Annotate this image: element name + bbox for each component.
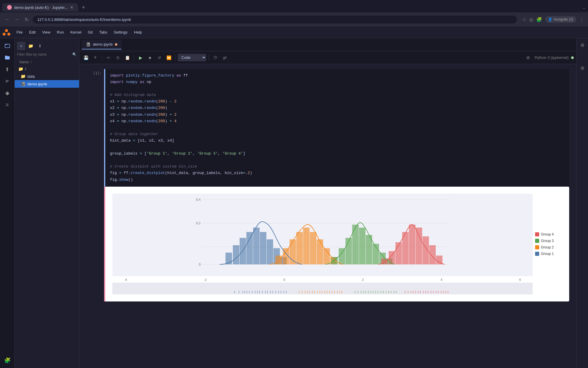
- menu-edit[interactable]: Edit: [26, 29, 39, 36]
- icon-rail: ⬆ IP ◆ ≡ 🧩: [0, 38, 15, 368]
- svg-rect-58: [262, 291, 263, 293]
- rail-icon-extensions[interactable]: 🧩: [2, 355, 13, 366]
- x-label-0: 0: [283, 278, 285, 281]
- toolbar-divider-3: [175, 55, 176, 61]
- svg-rect-72: [310, 291, 310, 293]
- svg-rect-16: [253, 228, 260, 264]
- menu-run[interactable]: Run: [54, 29, 67, 36]
- tab-search-icon: ⌄: [582, 5, 586, 10]
- new-folder-button[interactable]: 📁: [26, 42, 35, 50]
- code-line-5: x3 = np.random.randn(200) + 2: [110, 112, 564, 118]
- menu-help[interactable]: Help: [131, 29, 145, 36]
- svg-rect-116: [438, 291, 439, 293]
- right-settings-icon-top[interactable]: ⚙: [578, 41, 587, 49]
- time-button[interactable]: ⏱: [211, 54, 219, 62]
- active-tab[interactable]: demo.ipynb (auto-E) - Jupyter... ✕: [2, 3, 78, 11]
- svg-rect-88: [361, 291, 361, 293]
- upload-button[interactable]: ⬆: [36, 42, 44, 50]
- rail-icon-folder[interactable]: [2, 52, 13, 63]
- notebook-file-icon: 📓: [21, 82, 26, 86]
- svg-rect-82: [334, 291, 335, 293]
- svg-rect-89: [363, 291, 364, 293]
- extensions-icon[interactable]: 🧩: [536, 17, 542, 22]
- copy-button[interactable]: ⎘: [114, 54, 122, 62]
- save-button[interactable]: 💾: [82, 54, 90, 62]
- restart-button[interactable]: ↺: [155, 54, 163, 62]
- demo-notebook-item[interactable]: 📓 demo.ipynb: [15, 80, 79, 88]
- tab-title: demo.ipynb (auto-E) - Jupyter...: [14, 5, 68, 10]
- svg-rect-83: [337, 291, 338, 293]
- cell-code-content[interactable]: import plotly.figure_factory as ff impor…: [105, 69, 569, 187]
- rail-icon-menu[interactable]: ≡: [2, 100, 13, 110]
- menu-tabs[interactable]: Tabs: [96, 29, 110, 36]
- x-axis-labels: -4 -2 0 2 4 6: [112, 277, 533, 281]
- cell-type-select[interactable]: Code Markdown Raw: [178, 54, 206, 61]
- svg-rect-93: [373, 291, 374, 293]
- settings-rail: ⚙ ⚙: [576, 38, 588, 368]
- run-all-button[interactable]: ⏩: [165, 54, 173, 62]
- svg-rect-102: [396, 291, 397, 293]
- refresh-button[interactable]: ↻: [24, 16, 30, 24]
- svg-text:0.2: 0.2: [196, 221, 201, 225]
- x-label-4: 4: [441, 278, 442, 281]
- forward-button[interactable]: →: [14, 16, 21, 23]
- legend-item-group4: Group 4: [535, 232, 560, 236]
- git-button[interactable]: git: [220, 54, 229, 62]
- url-input[interactable]: [33, 16, 517, 24]
- svg-rect-117: [441, 291, 441, 293]
- menu-git[interactable]: Git: [85, 29, 96, 36]
- toolbar-divider-1: [102, 55, 102, 61]
- menu-kernel[interactable]: Kernel: [67, 29, 84, 36]
- menu-view[interactable]: View: [39, 29, 53, 36]
- add-cell-button[interactable]: +: [91, 54, 99, 62]
- run-cell-button[interactable]: ▶: [136, 54, 145, 62]
- right-settings-icon-bottom[interactable]: ⚙: [578, 64, 587, 72]
- legend-label-group3: Group 3: [541, 239, 554, 243]
- stop-button[interactable]: ■: [146, 54, 154, 62]
- rail-icon-ip[interactable]: IP: [2, 76, 13, 87]
- svg-rect-106: [413, 291, 414, 293]
- svg-rect-87: [358, 291, 358, 293]
- svg-text:0.4: 0.4: [196, 198, 201, 201]
- data-folder[interactable]: 📁 data: [15, 72, 79, 80]
- lens-icon[interactable]: ◎: [529, 17, 533, 22]
- svg-rect-108: [418, 291, 419, 293]
- svg-rect-56: [257, 291, 258, 293]
- rail-icon-files[interactable]: [2, 41, 13, 51]
- svg-point-0: [5, 29, 8, 32]
- svg-rect-45: [422, 236, 429, 264]
- back-button[interactable]: ←: [4, 16, 11, 23]
- notebook-content: [1]: import plotly.figure_factory as ff …: [79, 64, 576, 368]
- menu-bar: File Edit View Run Kernel Git Tabs Setti…: [0, 26, 588, 38]
- rail-icon-git[interactable]: ◆: [2, 88, 13, 98]
- menu-settings[interactable]: Settings: [111, 29, 131, 36]
- filter-input[interactable]: [17, 52, 71, 57]
- svg-rect-90: [365, 291, 366, 293]
- new-tab-button[interactable]: +: [79, 3, 88, 12]
- filter-row: 🔍: [15, 51, 79, 59]
- svg-rect-17: [260, 232, 266, 264]
- notebook-tab-name: demo.ipynb: [93, 42, 113, 47]
- root-folder[interactable]: 📁 /: [15, 65, 79, 72]
- rail-icon-upload[interactable]: ⬆: [2, 64, 13, 75]
- menu-file[interactable]: File: [14, 29, 26, 36]
- svg-rect-61: [270, 291, 271, 293]
- cut-button[interactable]: ✂: [104, 54, 113, 62]
- incognito-badge: 👤 Incognito (2): [545, 16, 576, 23]
- svg-rect-44: [416, 228, 422, 264]
- svg-rect-112: [428, 291, 428, 293]
- star-icon[interactable]: ☆: [522, 17, 526, 22]
- browser-menu-icon[interactable]: ⋮: [579, 16, 584, 23]
- svg-rect-73: [312, 291, 313, 293]
- kernel-settings-button[interactable]: ⚙: [524, 54, 532, 62]
- filter-search-icon: 🔍: [72, 52, 77, 57]
- tab-close-btn[interactable]: ✕: [70, 5, 74, 10]
- svg-rect-59: [265, 291, 266, 293]
- incognito-label: Incognito (2): [554, 17, 573, 21]
- notebook-file-name: demo.ipynb: [27, 82, 47, 86]
- svg-rect-97: [383, 291, 384, 293]
- notebook-tab-demo[interactable]: 📓 demo.ipynb: [82, 40, 121, 49]
- new-file-button[interactable]: +: [17, 42, 25, 50]
- paste-button[interactable]: 📋: [123, 54, 131, 62]
- incognito-icon: 👤: [548, 17, 552, 21]
